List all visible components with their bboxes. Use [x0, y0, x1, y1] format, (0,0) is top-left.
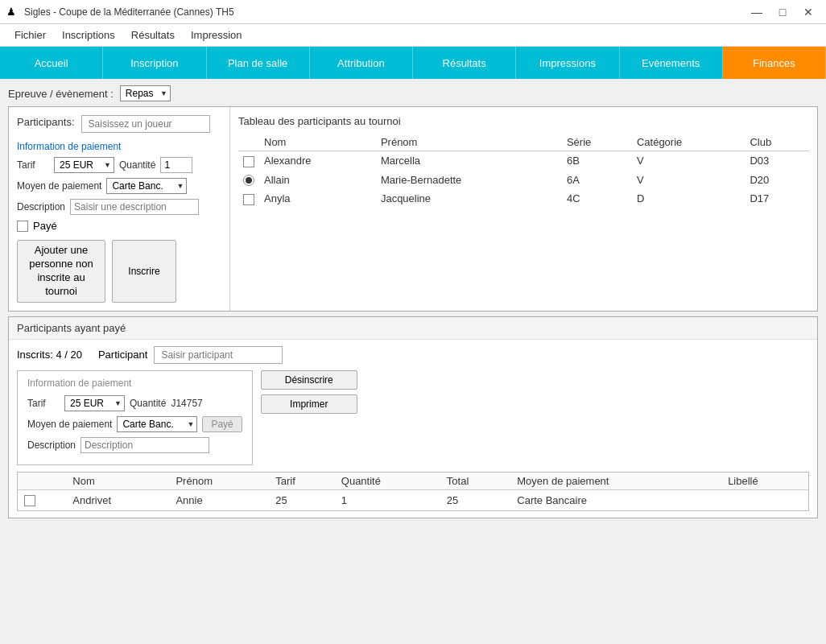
table-row[interactable]: Anyla Jacqueline 4C D D17: [238, 189, 809, 208]
player-input[interactable]: [81, 115, 210, 133]
radio-allain[interactable]: [238, 171, 259, 190]
menu-fichier[interactable]: Fichier: [6, 26, 54, 44]
tab-accueil[interactable]: Accueil: [0, 47, 103, 79]
radio-alexandre[interactable]: [238, 151, 259, 171]
paid-moyen-andrivet: Carte Bancaire: [510, 489, 721, 510]
paid-col-quantite: Quantité: [335, 473, 440, 490]
paid-prenom-andrivet: Annie: [169, 489, 269, 510]
lower-title: Participants ayant payé: [9, 317, 817, 340]
tab-resultats[interactable]: Résultats: [413, 47, 516, 79]
info-paiement-lower: Information de paiement Tarif 25 EUR Qua…: [17, 370, 253, 465]
lower-tarif-select[interactable]: 25 EUR: [64, 395, 125, 411]
action-buttons: Ajouter une personne non inscrite au tou…: [17, 240, 221, 303]
lower-moyen-select-wrapper: Carte Banc.: [117, 416, 197, 432]
col-nom: Nom: [259, 134, 376, 151]
table-row[interactable]: Alexandre Marcella 6B V D03: [238, 151, 809, 171]
lower-main: Information de paiement Tarif 25 EUR Qua…: [17, 370, 809, 465]
paid-libelle-andrivet: [721, 489, 808, 510]
description-input[interactable]: [70, 199, 199, 215]
minimize-button[interactable]: —: [745, 4, 768, 20]
nav-tabs: Accueil Inscription Plan de salle Attrib…: [0, 47, 826, 79]
paid-nom-andrivet: Andrivet: [66, 489, 169, 510]
tab-inscription[interactable]: Inscription: [103, 47, 206, 79]
serie-allain: 6A: [562, 171, 632, 190]
lower-moyen-select[interactable]: Carte Banc.: [117, 416, 197, 432]
paid-table-row[interactable]: Andrivet Annie 25 1 25 Carte Bancaire: [18, 489, 808, 510]
categorie-alexandre: V: [632, 151, 745, 171]
paid-total-andrivet: 25: [440, 489, 510, 510]
radio-anyla[interactable]: [238, 189, 259, 208]
tab-plan-de-salle[interactable]: Plan de salle: [207, 47, 310, 79]
lower-tarif-select-wrapper: 25 EUR: [64, 395, 125, 411]
description-label: Description: [17, 201, 65, 213]
paye-checkbox[interactable]: [17, 221, 28, 232]
menu-inscriptions[interactable]: Inscriptions: [54, 26, 123, 44]
main-content: Epreuve / évènement : Repas Participants…: [0, 79, 826, 525]
tab-impressions[interactable]: Impressions: [516, 47, 619, 79]
paye-label: Payé: [33, 220, 57, 232]
prenom-alexandre: Marcella: [376, 151, 562, 171]
lower-moyen-label: Moyen de paiement: [27, 419, 112, 430]
menu-resultats[interactable]: Résultats: [123, 26, 183, 44]
lower-desc-label: Description: [27, 440, 76, 451]
tarif-select-wrapper: 25 EUR: [54, 157, 114, 173]
add-person-button[interactable]: Ajouter une personne non inscrite au tou…: [17, 240, 105, 303]
paid-col-check: [18, 473, 66, 490]
inscrire-button[interactable]: Inscrire: [112, 240, 176, 303]
participants-upper-section: Participants: Information de paiement Ta…: [8, 106, 818, 312]
right-panel: Tableau des participants au tournoi Nom …: [230, 107, 817, 311]
paid-col-tarif: Tarif: [269, 473, 335, 490]
tab-attribution[interactable]: Attribution: [310, 47, 413, 79]
epreuve-select-wrapper: Repas: [120, 85, 171, 101]
serie-alexandre: 6B: [562, 151, 632, 171]
moyen-select-wrapper: Carte Banc.: [106, 178, 187, 194]
info-paiement-lower-title: Information de paiement: [27, 378, 242, 389]
epreuve-row: Epreuve / évènement : Repas: [8, 85, 818, 101]
club-anyla: D17: [745, 189, 809, 208]
participant-label: Participant: [98, 349, 147, 361]
epreuve-select[interactable]: Repas: [120, 85, 171, 101]
tarif-label: Tarif: [17, 159, 49, 171]
tab-evenements[interactable]: Evènements: [620, 47, 723, 79]
moyen-select[interactable]: Carte Banc.: [106, 178, 187, 194]
inscrits-value: 4 / 20: [56, 349, 82, 361]
desinscrire-button[interactable]: Désinscrire: [261, 370, 357, 390]
menu-impression[interactable]: Impression: [183, 26, 250, 44]
quantite-label: Quantité: [119, 159, 155, 171]
paid-table: Nom Prénom Tarif Quantité Total Moyen de…: [18, 473, 808, 511]
window-title: Sigles - Coupe de la Méditerranée (Canne…: [24, 6, 745, 18]
quantite-input[interactable]: [160, 157, 192, 173]
title-bar: ♟ Sigles - Coupe de la Méditerranée (Can…: [0, 0, 826, 24]
participants-label: Participants:: [17, 116, 75, 128]
prenom-anyla: Jacqueline: [376, 189, 562, 208]
inscrits-info: Inscrits: 4 / 20: [17, 349, 82, 361]
col-serie: Série: [562, 134, 632, 151]
col-club: Club: [745, 134, 809, 151]
tarif-select[interactable]: 25 EUR: [54, 157, 114, 173]
imprimer-button[interactable]: Imprimer: [261, 394, 357, 414]
nom-anyla: Anyla: [259, 189, 376, 208]
paid-quantite-andrivet: 1: [335, 489, 440, 510]
col-categorie: Catégorie: [632, 134, 745, 151]
nom-allain: Allain: [259, 171, 376, 190]
col-prenom: Prénom: [376, 134, 562, 151]
tab-finances[interactable]: Finances: [723, 47, 826, 79]
moyen-row: Moyen de paiement Carte Banc.: [17, 178, 221, 194]
inscrits-label: Inscrits:: [17, 349, 53, 361]
epreuve-label: Epreuve / évènement :: [8, 88, 114, 100]
table-row[interactable]: Allain Marie-Bernadette 6A V D20: [238, 171, 809, 190]
paid-checkbox-andrivet[interactable]: [18, 489, 66, 510]
lower-description-input[interactable]: [81, 437, 209, 453]
participant-input[interactable]: [154, 346, 283, 364]
maximize-button[interactable]: □: [771, 4, 794, 20]
menu-bar: Fichier Inscriptions Résultats Impressio…: [0, 24, 826, 47]
prenom-allain: Marie-Bernadette: [376, 171, 562, 190]
tableau-title: Tableau des participants au tournoi: [238, 115, 809, 127]
close-button[interactable]: ✕: [797, 4, 820, 20]
paid-col-nom: Nom: [66, 473, 169, 490]
club-allain: D20: [745, 171, 809, 190]
paid-col-total: Total: [440, 473, 510, 490]
paid-table-wrapper: Nom Prénom Tarif Quantité Total Moyen de…: [17, 472, 809, 512]
lower-inner: Inscrits: 4 / 20 Participant Information…: [9, 340, 817, 518]
paye-button[interactable]: Payé: [202, 416, 242, 432]
